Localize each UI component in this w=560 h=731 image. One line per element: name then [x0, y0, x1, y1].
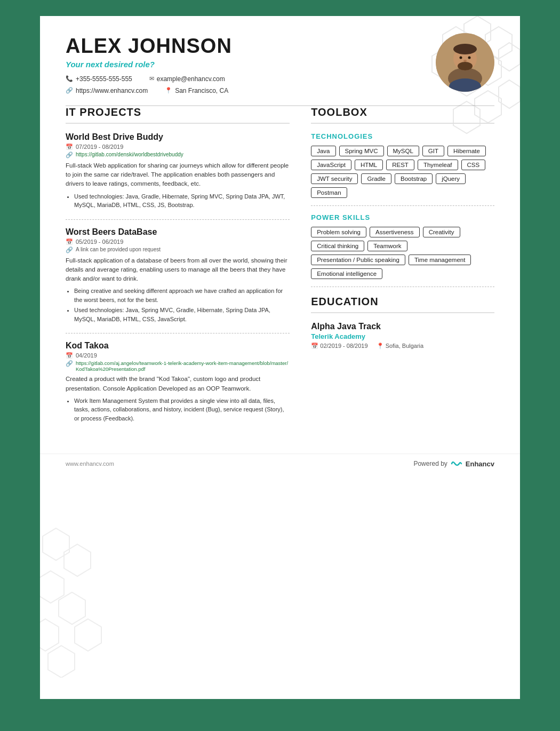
school-name: Telerik Academy [311, 332, 494, 340]
project-date: 📅 04/2019 [66, 352, 290, 359]
project-date: 📅 07/2019 - 08/2019 [66, 144, 290, 150]
project-meta: 📅 07/2019 - 08/2019 🔗 https://gitlab.com… [66, 144, 290, 158]
skills-divider [311, 205, 494, 206]
tag-html: HTML [355, 160, 383, 170]
project-name: World Best Drive Buddy [66, 132, 290, 142]
tag-bootstrap: Bootstrap [395, 173, 433, 184]
calendar-icon: 📅 [66, 352, 73, 359]
link-icon: 🔗 [66, 152, 73, 158]
email-value: example@enhancv.com [157, 75, 225, 83]
project-bullets: Used technologies: Java, Gradle, Hiberna… [66, 192, 290, 210]
website-value: https://www.enhancv.com [76, 87, 148, 94]
location-value: San Francisco, CA [175, 87, 228, 94]
svg-marker-14 [40, 619, 59, 651]
edu-meta: 📅 02/2019 - 08/2019 📍 Sofia, Bulgaria [311, 343, 494, 349]
calendar-icon: 📅 [311, 343, 318, 349]
technologies-tags: Java Spring MVC MySQL GIT Hibernate Java… [311, 146, 494, 198]
main-content: IT PROJECTS World Best Drive Buddy 📅 07/… [40, 106, 520, 454]
project-bullet: Work Item Management System that provide… [74, 396, 290, 423]
tag-git: GIT [422, 146, 444, 156]
tag-problem-solving: Problem solving [311, 227, 366, 237]
project-link: 🔗 A link can be provided upon request [66, 247, 290, 253]
tag-emotional-intelligence: Emotional intelligence [311, 268, 382, 279]
edu-date: 📅 02/2019 - 08/2019 [311, 343, 367, 349]
project-bullet: Used technologies: Java, Spring MVC, Gra… [74, 306, 290, 323]
hex-decoration-bottom [40, 518, 125, 678]
location-contact: 📍 San Francisco, CA [165, 87, 228, 94]
svg-point-24 [463, 60, 467, 62]
project-link: 🔗 https://gitlab.com/denski/worldbestdri… [66, 152, 290, 158]
education-title: EDUCATION [311, 296, 494, 308]
power-skills-subtitle: POWER SKILLS [311, 213, 494, 221]
project-link: 🔗 https://gitlab.com/aj.angelov/teamwork… [66, 360, 290, 372]
svg-marker-10 [43, 528, 69, 560]
svg-marker-15 [75, 619, 101, 651]
location-icon: 📍 [165, 87, 172, 94]
candidate-name: ALEX JOHNSON [66, 35, 494, 58]
degree-name: Alpha Java Track [311, 322, 494, 331]
education-divider [311, 312, 494, 313]
powered-by-label: Powered by [413, 460, 447, 467]
it-projects-title: IT PROJECTS [66, 106, 290, 118]
tag-spring-mvc: Spring MVC [339, 146, 384, 156]
svg-marker-11 [64, 544, 91, 576]
avatar-image [436, 33, 494, 92]
svg-point-21 [458, 62, 473, 70]
edu-location: 📍 Sofia, Bulgaria [377, 343, 424, 349]
calendar-icon: 📅 [66, 144, 73, 150]
project-bullets: Being creative and seeking different app… [66, 287, 290, 323]
tag-thymeleaf: Thymeleaf [418, 160, 458, 170]
email-icon: ✉ [149, 75, 154, 82]
phone-icon: 📞 [66, 75, 73, 82]
website-contact: 🔗 https://www.enhancv.com [66, 87, 148, 94]
calendar-icon: 📅 [66, 239, 73, 245]
project-description: Full-stack Web application for sharing c… [66, 161, 290, 189]
project-bullet: Being creative and seeking different app… [74, 287, 290, 304]
right-column: TOOLBOX TECHNOLOGIES Java Spring MVC MyS… [311, 106, 494, 433]
project-bullet: Used technologies: Java, Gradle, Hiberna… [74, 192, 290, 210]
brand-name: Enhancv [466, 460, 494, 468]
phone-contact: 📞 +355-5555-555-555 [66, 75, 132, 83]
project-divider [66, 219, 290, 220]
project-description: Full-stack application of a database of … [66, 256, 290, 284]
tag-rest: REST [386, 160, 414, 170]
link-icon: 🔗 [66, 247, 73, 253]
tag-creativity: Creativity [423, 227, 460, 237]
svg-point-22 [460, 57, 462, 59]
header: ALEX JOHNSON Your next desired role? 📞 +… [40, 16, 520, 105]
footer-website: www.enhancv.com [66, 460, 114, 467]
svg-marker-12 [40, 571, 64, 603]
tag-css: CSS [461, 160, 486, 170]
svg-point-23 [468, 57, 471, 59]
project-name: Kod Takoa [66, 341, 290, 351]
project-description: Created a product with the brand "Kod Ta… [66, 375, 290, 393]
projects-divider [66, 123, 290, 124]
project-divider [66, 333, 290, 333]
candidate-role: Your next desired role? [66, 60, 494, 69]
tag-teamwork: Teamwork [367, 241, 407, 251]
project-item: World Best Drive Buddy 📅 07/2019 - 08/20… [66, 132, 290, 210]
svg-marker-16 [48, 646, 75, 678]
avatar [436, 33, 494, 92]
link-icon: 🔗 [66, 360, 73, 367]
education-entry: Alpha Java Track Telerik Academy 📅 02/20… [311, 322, 494, 349]
tag-postman: Postman [311, 187, 347, 198]
project-item: Worst Beers DataBase 📅 05/2019 - 06/2019… [66, 227, 290, 324]
tag-jwt-security: JWT security [311, 173, 358, 184]
project-name: Worst Beers DataBase [66, 227, 290, 237]
tag-gradle: Gradle [361, 173, 391, 184]
project-meta: 📅 05/2019 - 06/2019 🔗 A link can be prov… [66, 239, 290, 253]
technologies-subtitle: TECHNOLOGIES [311, 132, 494, 140]
tag-hibernate: Hibernate [447, 146, 486, 156]
tag-time-management: Time management [409, 255, 471, 265]
enhancv-logo-icon [451, 459, 462, 468]
toolbox-title: TOOLBOX [311, 106, 494, 118]
tag-javascript: JavaScript [311, 160, 351, 170]
phone-value: +355-5555-555-555 [76, 75, 132, 83]
tag-java: Java [311, 146, 335, 156]
svg-point-20 [453, 44, 477, 54]
link-icon: 🔗 [66, 87, 73, 94]
footer: www.enhancv.com Powered by Enhancv [40, 454, 520, 476]
toolbox-divider [311, 123, 494, 124]
project-date: 📅 05/2019 - 06/2019 [66, 239, 290, 245]
